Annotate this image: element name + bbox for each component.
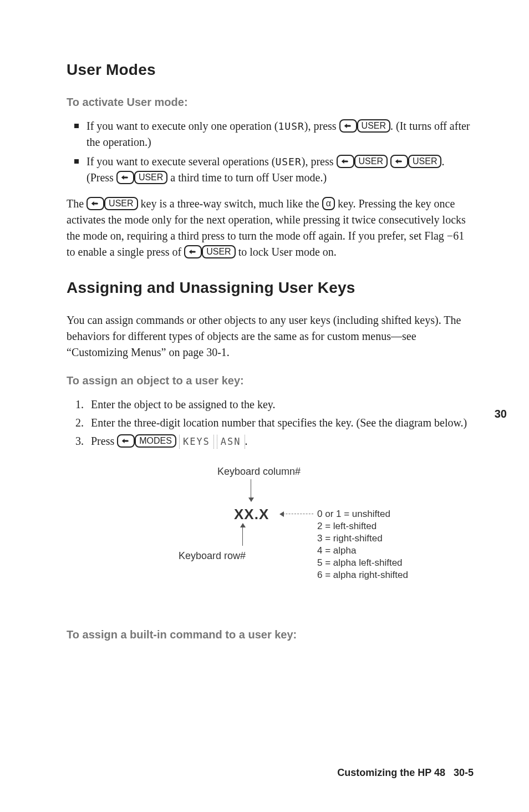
left-shift-key-icon bbox=[117, 434, 135, 448]
user-key-icon: USER bbox=[354, 155, 388, 168]
left-shift-key-icon bbox=[116, 171, 134, 184]
legend-line: 2 = left-shifted bbox=[317, 520, 408, 532]
modes-key-icon: MODES bbox=[135, 434, 176, 448]
lede-activate: To activate User mode: bbox=[67, 94, 474, 110]
heading-assigning: Assigning and Unassigning User Keys bbox=[67, 279, 474, 297]
activate-list: If you want to execute only one operatio… bbox=[67, 118, 474, 186]
user-key-icon: USER bbox=[357, 119, 390, 133]
list-item: Press MODES KEYS ASN. bbox=[87, 433, 474, 449]
softkey-asn: ASN bbox=[217, 435, 245, 449]
lede-assign-builtin: To assign a built-in command to a user k… bbox=[67, 627, 474, 643]
list-item: If you want to execute only one operatio… bbox=[74, 118, 474, 150]
text: . bbox=[245, 435, 248, 447]
left-shift-key-icon bbox=[390, 155, 408, 168]
text: to lock User mode on. bbox=[236, 246, 337, 258]
text: Press bbox=[91, 435, 117, 447]
user-key-icon: USER bbox=[134, 171, 167, 184]
footer-title: Customizing the HP 48 bbox=[337, 767, 445, 778]
diagram-key-format: XX.X bbox=[234, 506, 269, 523]
text: ), press bbox=[304, 120, 339, 132]
legend-line: 4 = alpha bbox=[317, 545, 408, 557]
lede-assign-object: To assign an object to a user key: bbox=[67, 373, 474, 389]
text: key is a three-way switch, much like the bbox=[138, 197, 322, 210]
list-item: Enter the object to be assigned to the k… bbox=[87, 397, 474, 413]
assign-steps: Enter the object to be assigned to the k… bbox=[67, 397, 474, 449]
arrow-left-icon bbox=[280, 514, 313, 515]
paragraph: You can assign commands or other objects… bbox=[67, 312, 474, 361]
screen-text: USER bbox=[275, 156, 301, 168]
paragraph: The USER key is a three-way switch, much… bbox=[67, 196, 474, 260]
list-item: Enter the three-digit location number th… bbox=[87, 415, 474, 431]
legend-line: 6 = alpha right-shifted bbox=[317, 569, 408, 581]
left-shift-key-icon bbox=[337, 155, 354, 168]
text: The bbox=[67, 197, 87, 210]
left-shift-key-icon bbox=[339, 119, 357, 133]
user-key-icon: USER bbox=[104, 197, 138, 210]
diagram-legend: 0 or 1 = unshifted 2 = left-shifted 3 = … bbox=[317, 508, 408, 582]
key-number-diagram: Keyboard column# XX.X Keyboard row# 0 or… bbox=[126, 466, 414, 605]
user-key-icon: USER bbox=[202, 245, 235, 258]
arrow-down-icon bbox=[251, 479, 252, 501]
text: If you want to execute several operation… bbox=[87, 155, 275, 168]
legend-line: 0 or 1 = unshifted bbox=[317, 508, 408, 520]
legend-line: 5 = alpha left-shifted bbox=[317, 557, 408, 569]
text: a third time to turn off User mode.) bbox=[167, 171, 327, 184]
heading-user-modes: User Modes bbox=[67, 61, 474, 79]
text: If you want to execute only one operatio… bbox=[87, 120, 278, 132]
softkey-keys: KEYS bbox=[179, 435, 214, 449]
left-shift-key-icon bbox=[87, 197, 104, 210]
page-footer: Customizing the HP 48 30-5 bbox=[337, 767, 474, 779]
diagram-label-column: Keyboard column# bbox=[217, 466, 301, 478]
chapter-tab: 30 bbox=[495, 408, 507, 420]
left-shift-key-icon bbox=[184, 245, 202, 258]
text: ), press bbox=[302, 155, 337, 168]
arrow-up-icon bbox=[242, 524, 244, 546]
list-item: If you want to execute several operation… bbox=[74, 154, 474, 186]
screen-text: 1USR bbox=[278, 120, 304, 132]
diagram-label-row: Keyboard row# bbox=[179, 550, 246, 562]
user-key-icon: USER bbox=[408, 155, 441, 168]
legend-line: 3 = right-shifted bbox=[317, 532, 408, 545]
alpha-key-icon: α bbox=[322, 197, 335, 210]
footer-page: 30-5 bbox=[454, 767, 474, 778]
